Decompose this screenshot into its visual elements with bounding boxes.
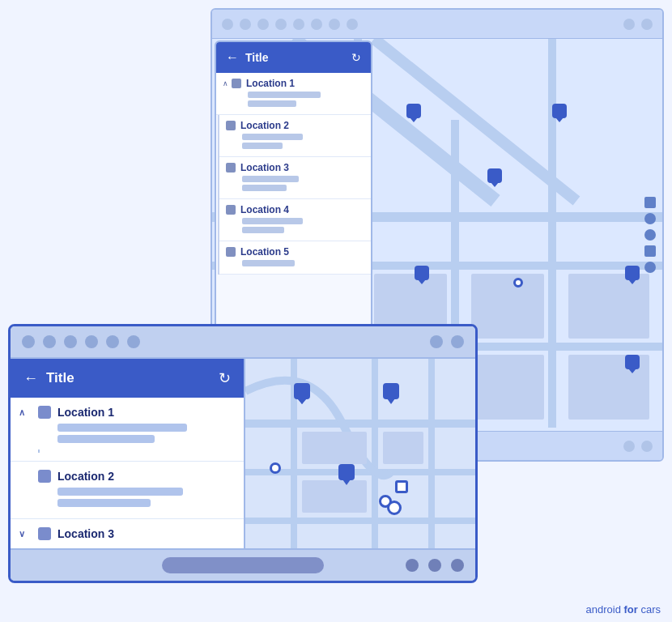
item-bar <box>248 92 321 98</box>
right-controls <box>644 197 656 273</box>
fg-item-checkbox[interactable] <box>38 406 51 419</box>
bg-panel-title: Title <box>245 51 269 64</box>
item-name: Location 5 <box>240 246 289 258</box>
fg-top-dot <box>22 335 35 348</box>
item-bar <box>242 260 295 266</box>
top-dot-right <box>623 19 635 30</box>
map-pin[interactable] <box>552 104 567 121</box>
fg-item-bar <box>57 424 187 432</box>
fg-topbar <box>11 326 475 359</box>
fg-list-item[interactable]: ∨ Location 3 <box>11 519 244 548</box>
background-list-panel: ← Title ↻ ∧ Location 1 Location 2 <box>215 40 372 356</box>
fg-item-bar <box>57 499 151 507</box>
fg-top-dot <box>43 335 56 348</box>
map-pin[interactable] <box>406 104 421 121</box>
item-bar <box>242 227 284 233</box>
fg-top-dot <box>64 335 77 348</box>
chevron-col: ∨ <box>19 527 38 539</box>
top-dot <box>347 19 358 30</box>
item-name: Location 1 <box>246 78 295 89</box>
bottom-dots-right <box>623 441 653 452</box>
bottom-dot <box>641 441 653 452</box>
fg-item-checkbox[interactable] <box>38 527 51 540</box>
item-checkbox[interactable] <box>226 205 236 215</box>
item-checkbox[interactable] <box>226 163 236 173</box>
fg-map-circle <box>387 501 402 515</box>
top-dot <box>222 19 233 30</box>
item-bar <box>242 218 303 224</box>
chevron-up-icon: ∧ <box>19 407 25 418</box>
fg-item-bar <box>57 435 155 443</box>
foreground-container: ← Title ↻ ∧ Location 1 <box>8 324 478 583</box>
svg-rect-22 <box>302 480 367 513</box>
fg-item-name: Location 3 <box>57 527 232 540</box>
top-dot <box>329 19 340 30</box>
fg-map-pin[interactable] <box>294 383 310 399</box>
bg-panel-header: ← Title ↻ <box>216 42 371 73</box>
map-pin[interactable] <box>625 266 640 283</box>
item-name: Location 4 <box>240 204 289 215</box>
top-dot <box>257 19 269 30</box>
svg-rect-12 <box>471 355 544 420</box>
bg-panel-header-left: ← Title <box>226 50 269 65</box>
svg-rect-9 <box>471 274 544 339</box>
bg-panel-list: ∧ Location 1 Location 2 <box>216 73 371 355</box>
ctrl-square <box>644 197 656 208</box>
back-arrow-icon[interactable]: ← <box>226 50 239 65</box>
fg-bottom-pill <box>162 557 324 573</box>
fg-map-area <box>245 359 475 548</box>
fg-item-name: Location 2 <box>57 470 232 483</box>
fg-item-name: Location 1 <box>57 406 232 419</box>
bottom-dot <box>623 441 635 452</box>
svg-rect-20 <box>302 432 367 464</box>
refresh-icon[interactable]: ↻ <box>351 51 361 64</box>
map-pin[interactable] <box>487 168 502 186</box>
svg-rect-21 <box>383 432 423 464</box>
fg-list-item[interactable]: Location 2 <box>11 462 244 519</box>
top-dots-right <box>623 19 653 30</box>
fg-list-item[interactable]: ∧ Location 1 <box>11 398 244 462</box>
item-checkbox[interactable] <box>232 79 241 88</box>
fg-panel-header-left: ← Title <box>23 370 74 387</box>
fg-panel-header: ← Title ↻ <box>11 359 244 398</box>
fg-bottom-dots <box>406 559 464 572</box>
map-pin[interactable] <box>415 266 429 283</box>
chevron-down-icon: ∨ <box>19 529 25 539</box>
fg-item-bar <box>57 488 183 496</box>
fg-top-dot-right <box>430 335 443 348</box>
branding: android for cars <box>586 603 661 616</box>
item-bar <box>242 134 303 140</box>
item-checkbox[interactable] <box>226 247 236 257</box>
fg-bottom-dot <box>406 559 419 572</box>
item-bar <box>242 143 283 149</box>
top-dot <box>311 19 322 30</box>
fg-map-svg <box>245 359 475 548</box>
item-bar <box>242 176 299 182</box>
map-pin[interactable] <box>625 355 640 373</box>
fg-item-content: Location 2 <box>57 470 232 510</box>
fg-refresh-icon[interactable]: ↻ <box>219 369 231 387</box>
fg-map-pin[interactable] <box>338 464 355 480</box>
fg-top-dot <box>85 335 98 348</box>
fg-top-dot <box>127 335 140 348</box>
branding-prefix: android <box>586 603 624 616</box>
fg-map-circle <box>270 462 281 474</box>
item-checkbox[interactable] <box>226 121 236 130</box>
item-bar <box>242 185 287 191</box>
fg-top-dot-right <box>451 335 464 348</box>
fg-back-arrow-icon[interactable]: ← <box>23 370 38 387</box>
fg-map-square <box>395 480 408 493</box>
ctrl-dot <box>644 262 656 273</box>
fg-item-content: Location 3 <box>57 527 232 545</box>
item-name: Location 3 <box>240 162 289 173</box>
top-dot <box>240 19 251 30</box>
item-name: Location 2 <box>240 120 289 131</box>
top-dot-right <box>641 19 653 30</box>
fg-item-checkbox[interactable] <box>38 470 51 483</box>
fg-top-dots <box>22 335 140 348</box>
fg-panel-list: ∧ Location 1 <box>11 398 244 548</box>
fg-list-panel: ← Title ↻ ∧ Location 1 <box>11 359 245 548</box>
large-map-topbar <box>212 10 662 39</box>
fg-map-pin[interactable] <box>383 383 399 399</box>
fg-item-content: Location 1 <box>57 406 232 446</box>
